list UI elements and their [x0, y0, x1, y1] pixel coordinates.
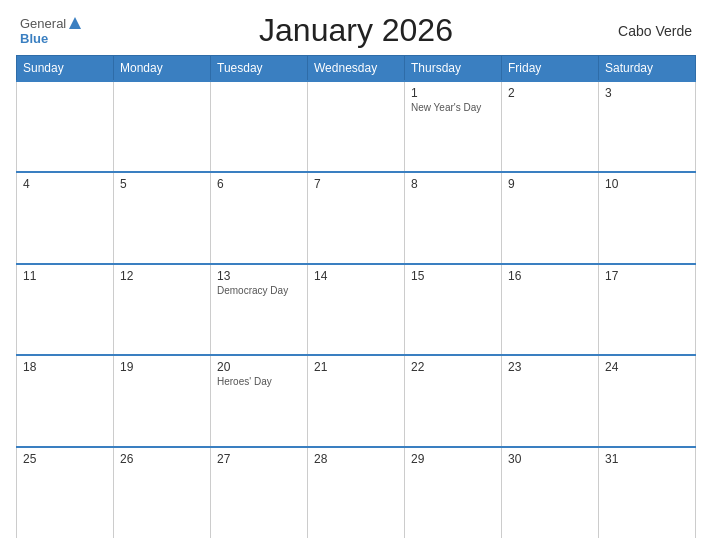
calendar-cell: 14 — [308, 264, 405, 355]
weekday-friday: Friday — [502, 56, 599, 82]
calendar-cell: 1New Year's Day — [405, 81, 502, 172]
calendar-header: General Blue January 2026 Cabo Verde — [16, 12, 696, 49]
calendar-table: Sunday Monday Tuesday Wednesday Thursday… — [16, 55, 696, 538]
calendar-cell: 3 — [599, 81, 696, 172]
weekday-monday: Monday — [114, 56, 211, 82]
day-number: 22 — [411, 360, 495, 374]
calendar-cell: 16 — [502, 264, 599, 355]
day-number: 13 — [217, 269, 301, 283]
weekday-wednesday: Wednesday — [308, 56, 405, 82]
calendar-cell: 4 — [17, 172, 114, 263]
weekday-tuesday: Tuesday — [211, 56, 308, 82]
logo-blue-text: Blue — [20, 31, 48, 46]
svg-marker-0 — [69, 17, 81, 29]
weekday-thursday: Thursday — [405, 56, 502, 82]
day-number: 29 — [411, 452, 495, 466]
day-number: 17 — [605, 269, 689, 283]
weekday-sunday: Sunday — [17, 56, 114, 82]
calendar-cell: 20Heroes' Day — [211, 355, 308, 446]
day-number: 27 — [217, 452, 301, 466]
calendar-cell: 6 — [211, 172, 308, 263]
calendar-cell: 19 — [114, 355, 211, 446]
calendar-cell: 26 — [114, 447, 211, 538]
calendar-week-2: 111213Democracy Day14151617 — [17, 264, 696, 355]
calendar-cell: 18 — [17, 355, 114, 446]
day-number: 19 — [120, 360, 204, 374]
calendar-cell: 29 — [405, 447, 502, 538]
day-number: 5 — [120, 177, 204, 191]
calendar-cell: 9 — [502, 172, 599, 263]
calendar-week-3: 181920Heroes' Day21222324 — [17, 355, 696, 446]
calendar-cell — [17, 81, 114, 172]
day-number: 12 — [120, 269, 204, 283]
holiday-label: New Year's Day — [411, 102, 495, 113]
calendar-cell: 7 — [308, 172, 405, 263]
country-label: Cabo Verde — [612, 23, 692, 39]
day-number: 15 — [411, 269, 495, 283]
day-number: 7 — [314, 177, 398, 191]
calendar-week-1: 45678910 — [17, 172, 696, 263]
calendar-cell: 27 — [211, 447, 308, 538]
day-number: 31 — [605, 452, 689, 466]
calendar-cell: 5 — [114, 172, 211, 263]
calendar-cell: 25 — [17, 447, 114, 538]
calendar-cell — [114, 81, 211, 172]
day-number: 11 — [23, 269, 107, 283]
calendar-week-0: 1New Year's Day23 — [17, 81, 696, 172]
day-number: 6 — [217, 177, 301, 191]
calendar-cell: 8 — [405, 172, 502, 263]
day-number: 3 — [605, 86, 689, 100]
day-number: 26 — [120, 452, 204, 466]
day-number: 18 — [23, 360, 107, 374]
weekday-header-row: Sunday Monday Tuesday Wednesday Thursday… — [17, 56, 696, 82]
logo-triangle-icon — [68, 16, 82, 30]
day-number: 16 — [508, 269, 592, 283]
holiday-label: Democracy Day — [217, 285, 301, 296]
day-number: 28 — [314, 452, 398, 466]
calendar-cell: 23 — [502, 355, 599, 446]
calendar-body: 1New Year's Day2345678910111213Democracy… — [17, 81, 696, 538]
calendar-page: General Blue January 2026 Cabo Verde Sun… — [0, 0, 712, 550]
day-number: 1 — [411, 86, 495, 100]
calendar-cell: 21 — [308, 355, 405, 446]
calendar-cell: 31 — [599, 447, 696, 538]
day-number: 14 — [314, 269, 398, 283]
calendar-cell: 24 — [599, 355, 696, 446]
calendar-cell: 17 — [599, 264, 696, 355]
holiday-label: Heroes' Day — [217, 376, 301, 387]
calendar-cell: 28 — [308, 447, 405, 538]
logo: General Blue — [20, 16, 100, 46]
day-number: 20 — [217, 360, 301, 374]
calendar-cell — [308, 81, 405, 172]
day-number: 23 — [508, 360, 592, 374]
calendar-cell: 2 — [502, 81, 599, 172]
logo-general-text: General — [20, 16, 66, 31]
calendar-cell: 13Democracy Day — [211, 264, 308, 355]
day-number: 21 — [314, 360, 398, 374]
day-number: 10 — [605, 177, 689, 191]
day-number: 30 — [508, 452, 592, 466]
weekday-saturday: Saturday — [599, 56, 696, 82]
calendar-cell: 22 — [405, 355, 502, 446]
calendar-cell: 15 — [405, 264, 502, 355]
calendar-cell: 12 — [114, 264, 211, 355]
day-number: 9 — [508, 177, 592, 191]
calendar-week-4: 25262728293031 — [17, 447, 696, 538]
calendar-cell: 30 — [502, 447, 599, 538]
calendar-cell: 11 — [17, 264, 114, 355]
day-number: 25 — [23, 452, 107, 466]
day-number: 8 — [411, 177, 495, 191]
day-number: 24 — [605, 360, 689, 374]
calendar-cell: 10 — [599, 172, 696, 263]
calendar-cell — [211, 81, 308, 172]
calendar-title: January 2026 — [100, 12, 612, 49]
day-number: 2 — [508, 86, 592, 100]
day-number: 4 — [23, 177, 107, 191]
